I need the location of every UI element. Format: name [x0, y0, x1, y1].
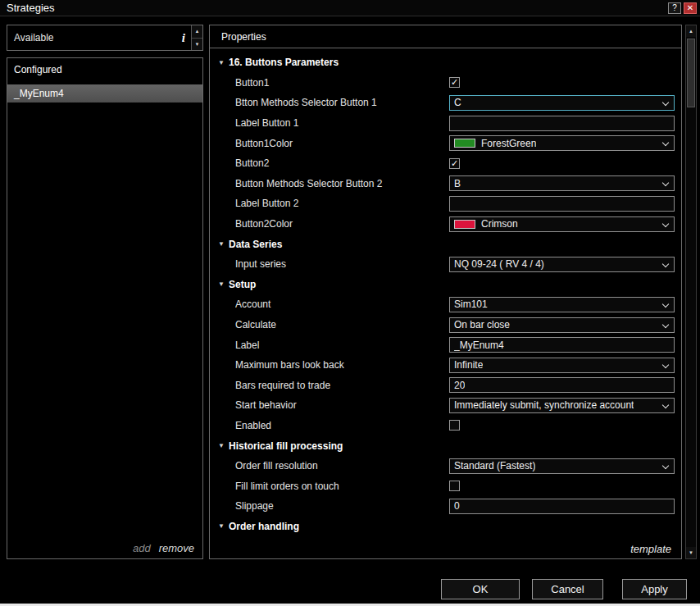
property-label: Btton Methods Selector Button 1	[235, 97, 449, 108]
property-value: Crimson	[449, 216, 675, 232]
scrollbar-track[interactable]	[686, 37, 696, 547]
property-label: Button1	[235, 77, 449, 89]
property-row: Fill limit orders on touch	[210, 476, 681, 496]
property-group-header[interactable]: ▼Data Series	[210, 234, 681, 254]
configured-list-item[interactable]: _MyEnum4	[7, 84, 202, 103]
property-label: Start behavior	[235, 399, 449, 411]
property-label: Button1Color	[235, 138, 449, 149]
property-value: B	[449, 175, 675, 191]
dropdown-value: Infinite	[454, 359, 483, 371]
available-header: Available	[14, 32, 53, 43]
property-group-header[interactable]: ▼16. Buttons Parameters	[210, 52, 681, 73]
checkbox[interactable]	[449, 481, 460, 491]
group-label: Historical fill processing	[229, 440, 343, 452]
property-value: ForestGreen	[449, 135, 675, 151]
dropdown-value: Immediately submit, synchronize account	[454, 399, 634, 411]
properties-scrollbar[interactable]: ▲ ▼	[685, 25, 697, 559]
close-button[interactable]: ✕	[684, 2, 697, 14]
chevron-expanded-icon: ▼	[216, 280, 226, 288]
chevron-expanded-icon: ▼	[216, 240, 226, 248]
property-value: Immediately submit, synchronize account	[449, 398, 675, 413]
property-row: Button1ColorForestGreen	[210, 133, 681, 153]
property-value: 0	[449, 499, 675, 514]
property-row: Maximum bars look backInfinite	[210, 355, 681, 376]
color-swatch	[454, 220, 475, 229]
info-icon[interactable]: i	[182, 31, 185, 45]
property-label: Maximum bars look back	[235, 359, 449, 371]
dropdown[interactable]: Immediately submit, synchronize account	[449, 398, 675, 413]
chevron-down-icon	[662, 180, 669, 186]
dropdown[interactable]: B	[449, 175, 675, 191]
remove-link[interactable]: remove	[159, 542, 194, 554]
text-input[interactable]: _MyEnum4	[449, 337, 675, 353]
chevron-expanded-icon: ▼	[216, 59, 226, 66]
scrollbar-down-icon[interactable]: ▼	[686, 547, 696, 558]
dropdown[interactable]: Crimson	[449, 216, 675, 232]
checkbox[interactable]: ✓	[449, 77, 460, 88]
property-value: NQ 09-24 ( RV 4 / 4)	[449, 257, 675, 272]
text-input[interactable]: 0	[449, 499, 675, 514]
property-group-header[interactable]: ▼Setup	[210, 275, 681, 295]
property-value: On bar close	[449, 317, 675, 333]
dropdown-value: Crimson	[481, 218, 518, 230]
property-label: Input series	[235, 258, 449, 270]
add-link[interactable]: add	[133, 542, 151, 554]
property-label: Order fill resolution	[235, 460, 449, 472]
configured-panel: Configured _MyEnum4 addremove	[7, 57, 203, 559]
scroll-up-icon[interactable]: ▲	[192, 25, 202, 38]
scrollbar-up-icon[interactable]: ▲	[686, 25, 696, 37]
dropdown[interactable]: C	[449, 95, 675, 111]
property-group-header[interactable]: ▼Order handling	[210, 517, 681, 537]
title-bar: Strategies ? ✕	[0, 0, 700, 16]
property-value: ✓	[449, 158, 675, 169]
dropdown[interactable]: Sim101	[449, 297, 675, 312]
group-label: Setup	[229, 279, 256, 290]
property-row: Order fill resolutionStandard (Fastest)	[210, 456, 681, 476]
checkbox[interactable]	[449, 420, 460, 431]
template-link[interactable]: template	[630, 543, 671, 555]
property-label: Bars required to trade	[235, 380, 449, 391]
dropdown[interactable]: Standard (Fastest)	[449, 458, 675, 474]
property-group-header[interactable]: ▼Historical fill processing	[210, 435, 681, 456]
property-label: Fill limit orders on touch	[235, 481, 449, 492]
dropdown[interactable]: NQ 09-24 ( RV 4 / 4)	[449, 257, 675, 272]
text-input[interactable]	[449, 196, 675, 212]
property-label: Button2Color	[235, 218, 449, 230]
property-label: Calculate	[235, 319, 449, 330]
help-button[interactable]: ?	[668, 2, 681, 14]
dropdown-value: On bar close	[454, 319, 510, 330]
property-value: Sim101	[449, 297, 675, 312]
chevron-down-icon	[662, 301, 669, 308]
property-label: Label	[235, 339, 449, 351]
chevron-down-icon	[662, 462, 669, 468]
dropdown[interactable]: Infinite	[449, 358, 675, 373]
apply-button[interactable]: Apply	[622, 579, 687, 599]
scrollbar-thumb[interactable]	[687, 39, 695, 107]
checkbox[interactable]: ✓	[449, 158, 460, 169]
chevron-down-icon	[662, 99, 669, 106]
text-input[interactable]	[449, 116, 675, 131]
scroll-down-icon[interactable]: ▼	[192, 38, 202, 51]
property-row: Input seriesNQ 09-24 ( RV 4 / 4)	[210, 254, 681, 275]
property-value: Infinite	[449, 358, 675, 373]
property-value	[449, 420, 675, 431]
dropdown-value: B	[454, 178, 461, 189]
property-value: C	[449, 95, 675, 111]
window-title: Strategies	[7, 2, 55, 14]
text-input[interactable]: 20	[449, 377, 675, 393]
group-label: 16. Buttons Parameters	[229, 57, 339, 68]
cancel-button[interactable]: Cancel	[532, 579, 603, 599]
ok-button[interactable]: OK	[441, 579, 520, 599]
chevron-down-icon	[662, 260, 669, 267]
dropdown-value: Sim101	[454, 298, 488, 310]
property-row: Bars required to trade20	[210, 376, 681, 396]
configured-header: Configured	[7, 58, 202, 81]
chevron-down-icon	[662, 321, 669, 327]
property-value	[449, 116, 675, 131]
property-value: Standard (Fastest)	[449, 458, 675, 474]
color-swatch	[454, 139, 475, 148]
dropdown[interactable]: On bar close	[449, 317, 675, 333]
property-row: Button1✓	[210, 73, 681, 93]
dropdown[interactable]: ForestGreen	[449, 135, 675, 151]
property-label: Slippage	[235, 500, 449, 512]
